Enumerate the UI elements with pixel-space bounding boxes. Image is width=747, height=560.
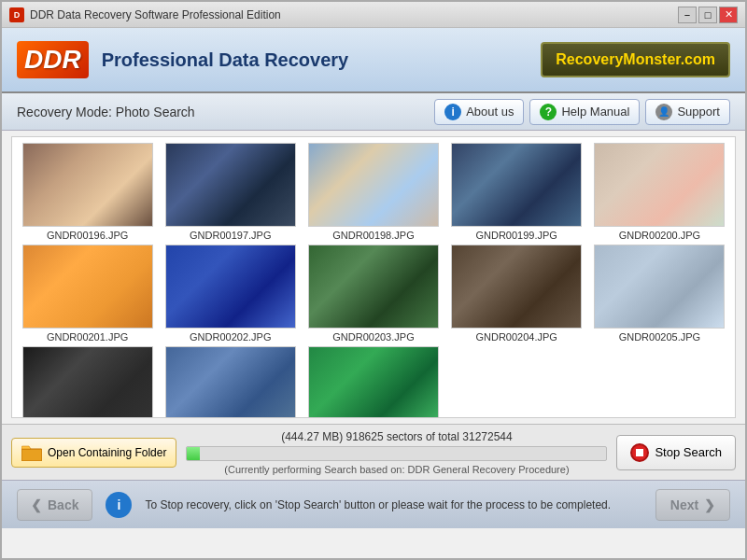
photo-label: GNDR00203.JPG <box>332 331 414 343</box>
recovery-mode-label: Recovery Mode: Photo Search <box>17 105 195 119</box>
photo-label: GNDR00201.JPG <box>47 331 128 343</box>
brand-badge[interactable]: RecoveryMonster.com <box>541 42 730 77</box>
title-text: DDR Data Recovery Software Professional … <box>30 8 676 21</box>
folder-icon <box>21 444 42 461</box>
progress-bar-fill <box>187 447 199 460</box>
photo-label: GNDR00202.JPG <box>190 331 271 343</box>
help-manual-button[interactable]: ? Help Manual <box>529 99 640 125</box>
info-icon: i <box>444 104 461 120</box>
photo-thumbnail <box>22 346 153 418</box>
svg-rect-0 <box>21 449 42 461</box>
back-arrow-icon: ❮ <box>31 497 42 512</box>
app-title: Professional Data Recovery <box>102 49 349 71</box>
photo-thumbnail <box>165 245 296 329</box>
next-button[interactable]: Next ❯ <box>655 489 730 521</box>
close-button[interactable]: ✕ <box>719 7 738 23</box>
maximize-button[interactable]: □ <box>698 7 717 23</box>
progress-label: (Currently performing Search based on: D… <box>224 464 569 475</box>
photo-label: GNDR00204.JPG <box>475 331 557 343</box>
app-icon: D <box>9 7 24 22</box>
title-bar: D DDR Data Recovery Software Professiona… <box>2 2 745 28</box>
photo-thumbnail <box>594 245 725 329</box>
photo-item[interactable]: GNDR00197.JPG <box>161 143 300 241</box>
photo-item[interactable]: GNDR00207.JPG <box>161 346 300 418</box>
photo-item[interactable]: GNDR00203.JPG <box>303 245 443 343</box>
photo-thumbnail <box>451 245 582 329</box>
support-button[interactable]: 👤 Support <box>645 99 730 125</box>
photo-item[interactable]: GNDR00206.JPG <box>18 346 157 418</box>
progress-bar <box>186 446 607 461</box>
logo-area: DDR Professional Data Recovery <box>17 41 541 78</box>
photo-thumbnail <box>451 143 582 227</box>
next-label: Next <box>670 497 698 512</box>
photo-item[interactable]: GNDR00200.JPG <box>590 143 729 241</box>
header: DDR Professional Data Recovery RecoveryM… <box>2 28 745 93</box>
help-manual-label: Help Manual <box>561 105 629 119</box>
photo-grid-container[interactable]: GNDR00196.JPGGNDR00197.JPGGNDR00198.JPGG… <box>11 136 736 418</box>
logo-ddr: DDR <box>17 41 89 78</box>
stop-icon <box>630 443 649 462</box>
photo-item[interactable]: GNDR00205.JPG <box>590 245 729 343</box>
photo-label: GNDR00196.JPG <box>47 230 128 241</box>
photo-item[interactable]: GNDR00204.JPG <box>447 245 586 343</box>
photo-item[interactable]: GNDR00196.JPG <box>18 143 157 241</box>
back-label: Back <box>48 497 78 512</box>
support-label: Support <box>677 105 720 119</box>
status-bar: Open Containing Folder (444.27 MB) 91862… <box>2 424 745 480</box>
support-icon: 👤 <box>655 104 672 120</box>
stop-square <box>636 449 643 456</box>
photo-label: GNDR00197.JPG <box>190 230 271 241</box>
photo-grid: GNDR00196.JPGGNDR00197.JPGGNDR00198.JPGG… <box>12 137 735 418</box>
footer: ❮ Back i To Stop recovery, click on 'Sto… <box>2 480 745 528</box>
footer-message: To Stop recovery, click on 'Stop Search'… <box>145 498 642 511</box>
nav-bar: Recovery Mode: Photo Search i About us ?… <box>2 93 745 131</box>
stop-search-button[interactable]: Stop Search <box>616 435 736 470</box>
photo-item[interactable]: GNDR00202.JPG <box>161 245 300 343</box>
about-us-label: About us <box>466 105 514 119</box>
sector-info: (444.27 MB) 918625 sectors of total 3127… <box>281 430 513 443</box>
help-icon: ? <box>540 104 557 120</box>
about-us-button[interactable]: i About us <box>434 99 524 125</box>
photo-label: GNDR00199.JPG <box>475 230 557 241</box>
photo-label: GNDR00200.JPG <box>619 230 700 241</box>
back-button[interactable]: ❮ Back <box>17 489 92 521</box>
photo-thumbnail <box>308 245 439 329</box>
progress-area: (444.27 MB) 918625 sectors of total 3127… <box>186 430 607 475</box>
photo-thumbnail <box>308 143 439 227</box>
photo-thumbnail <box>165 346 296 418</box>
photo-item[interactable]: GNDR00199.JPG <box>447 143 586 241</box>
photo-item[interactable]: GNDR00208.JPG <box>303 346 443 418</box>
open-folder-button[interactable]: Open Containing Folder <box>11 438 176 468</box>
photo-item[interactable]: GNDR00198.JPG <box>303 143 443 241</box>
next-arrow-icon: ❯ <box>704 497 715 512</box>
open-folder-label: Open Containing Folder <box>48 446 166 459</box>
nav-buttons: i About us ? Help Manual 👤 Support <box>434 99 730 125</box>
photo-thumbnail <box>22 143 153 227</box>
photo-label: GNDR00198.JPG <box>332 230 414 241</box>
stop-search-label: Stop Search <box>655 445 722 459</box>
photo-thumbnail <box>22 245 153 329</box>
minimize-button[interactable]: − <box>678 7 697 23</box>
photo-thumbnail <box>165 143 296 227</box>
photo-thumbnail <box>308 346 439 418</box>
footer-info-icon: i <box>106 492 132 518</box>
photo-label: GNDR00205.JPG <box>619 331 700 343</box>
photo-thumbnail <box>594 143 725 227</box>
photo-item[interactable]: GNDR00201.JPG <box>18 245 157 343</box>
